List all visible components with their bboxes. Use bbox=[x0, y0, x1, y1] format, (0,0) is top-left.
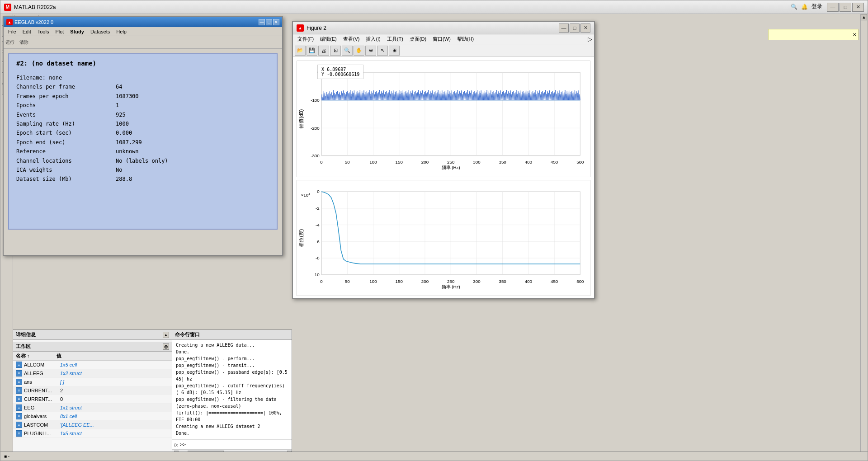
command-prompt[interactable]: >> bbox=[180, 442, 186, 447]
workspace-row-eeg[interactable]: ≡ EEG 1x1 struct bbox=[13, 404, 172, 412]
info-label-dataset-size: Dataset size (Mb) bbox=[16, 174, 116, 183]
workspace-row-current2[interactable]: ≡ CURRENT... 0 bbox=[13, 395, 172, 404]
matlab-close-button[interactable]: ✕ bbox=[852, 3, 864, 12]
figure2-menu-help[interactable]: 帮助(H) bbox=[454, 35, 476, 43]
eeglab-minimize-button[interactable]: — bbox=[259, 19, 265, 25]
chart2-xtick-0: 0 bbox=[320, 279, 323, 284]
workspace-row-lastcom[interactable]: ≡ LASTCOM '[ALLEEG EE... bbox=[13, 421, 172, 429]
chart2-ytick-0: 0 bbox=[317, 189, 320, 194]
cmd-line-1: Creating a new ALLEEG data... bbox=[176, 342, 288, 348]
var-value-globalvars: 8x1 cell bbox=[60, 414, 77, 419]
eeglab-menu-plot[interactable]: Plot bbox=[52, 28, 66, 35]
chart2-ytick-5: -10 bbox=[313, 272, 320, 277]
matlab-minimize-button[interactable]: — bbox=[827, 3, 839, 12]
figure2-menu-desktop[interactable]: 桌面(D) bbox=[407, 35, 429, 43]
figure2-menu-insert[interactable]: 插入(I) bbox=[363, 35, 383, 43]
figure2-close-button[interactable]: ✕ bbox=[580, 24, 590, 33]
figure2-tool-datacursor[interactable]: ⊕ bbox=[365, 46, 376, 56]
figure2-tool-copy[interactable]: ⊡ bbox=[330, 46, 341, 56]
note-close-button[interactable]: ✕ bbox=[853, 32, 856, 37]
eeglab-menu-edit[interactable]: Edit bbox=[20, 28, 34, 35]
detail-spacer bbox=[13, 340, 172, 341]
command-input-row: fx >> bbox=[172, 439, 292, 449]
chart2-xtick-1: 50 bbox=[345, 279, 350, 284]
figure2-menu-view[interactable]: 查看(V) bbox=[340, 35, 363, 43]
cmd-line-7: pop_eegfiltnew() - filtering the data (z… bbox=[176, 396, 288, 409]
figure2-tool-open[interactable]: 📂 bbox=[295, 46, 306, 56]
eeglab-close-button[interactable]: ✕ bbox=[273, 19, 279, 25]
figure2-menu-edit[interactable]: 编辑(E) bbox=[317, 35, 340, 43]
info-value-frames: 1087300 bbox=[116, 92, 139, 101]
eeglab-titlebar: ▲ EEGLAB v2022.0 — □ ✕ bbox=[4, 17, 282, 27]
figure2-tool-brush[interactable]: ⊞ bbox=[389, 46, 400, 56]
var-icon-current1: ≡ bbox=[16, 387, 22, 394]
detail-label: 详细信息 bbox=[16, 331, 36, 338]
info-label-epochs: Epochs bbox=[16, 101, 116, 110]
dataset-title: #2: (no dataset name) bbox=[16, 60, 269, 67]
figure2-titlebar-buttons[interactable]: — □ ✕ bbox=[559, 24, 590, 33]
eeglab-menu-file[interactable]: File bbox=[5, 28, 19, 35]
matlab-titlebar: M MATLAB R2022a — □ ✕ bbox=[0, 0, 868, 14]
chart1-xtick-5: 250 bbox=[447, 160, 455, 165]
figure2-expand-icon[interactable]: ▷ bbox=[588, 36, 592, 42]
detail-expand-button[interactable]: ▲ bbox=[163, 332, 169, 338]
workspace-row-current1[interactable]: ≡ CURRENT... 2 bbox=[13, 386, 172, 395]
eeglab-menu-study[interactable]: Study bbox=[67, 28, 87, 35]
workspace-row-globalvars[interactable]: ≡ globalvars 8x1 cell bbox=[13, 412, 172, 421]
chart2-ytick-2: -4 bbox=[316, 222, 320, 227]
login-button[interactable]: 登录 bbox=[811, 3, 822, 10]
eeglab-toolbar-labels: 运行 清除 bbox=[5, 39, 28, 46]
figure2-window: ▲ Figure 2 — □ ✕ 文件(F) 编辑(E) 查看(V) 插入(I)… bbox=[292, 21, 595, 299]
figure2-tool-save[interactable]: 💾 bbox=[307, 46, 317, 56]
info-row-frames: Frames per epoch 1087300 bbox=[16, 92, 269, 101]
info-row-channels: Channels per frame 64 bbox=[16, 82, 269, 91]
figure2-tool-select[interactable]: ↖ bbox=[377, 46, 388, 56]
var-name-globalvars: globalvars bbox=[24, 414, 60, 419]
eeglab-menu-datasets[interactable]: Datasets bbox=[88, 28, 113, 35]
note-panel: ✕ bbox=[768, 29, 859, 40]
var-icon-alleeg: ≡ bbox=[16, 370, 22, 376]
workspace-expand-button[interactable]: ◎ bbox=[163, 343, 169, 350]
figure2-menu-window[interactable]: 窗口(W) bbox=[430, 35, 453, 43]
figure2-minimize-button[interactable]: — bbox=[559, 24, 569, 33]
figure2-menu-tools[interactable]: 工具(T) bbox=[384, 35, 406, 43]
chart1-ytick-3: -300 bbox=[311, 153, 320, 158]
info-row-sampling: Sampling rate (Hz) 1000 bbox=[16, 119, 269, 128]
figure2-tool-print[interactable]: 🖨 bbox=[318, 46, 329, 56]
eeglab-maximize-button[interactable]: □ bbox=[266, 19, 272, 25]
matlab-titlebar-buttons[interactable]: — □ ✕ bbox=[827, 3, 864, 12]
eeglab-titlebar-buttons[interactable]: — □ ✕ bbox=[259, 19, 279, 25]
chart1-xtick-0: 0 bbox=[320, 160, 323, 165]
figure2-maximize-button[interactable]: □ bbox=[570, 24, 580, 33]
figure2-titlebar: ▲ Figure 2 — □ ✕ bbox=[293, 22, 594, 34]
right-scroll-up[interactable]: ▲ bbox=[861, 14, 867, 20]
workspace-row-ans[interactable]: ≡ ans [ ] bbox=[13, 378, 172, 386]
figure2-title: Figure 2 bbox=[307, 25, 559, 31]
chart1-xtick-4: 200 bbox=[421, 160, 429, 165]
var-value-current1: 2 bbox=[60, 388, 63, 393]
matlab-maximize-button[interactable]: □ bbox=[840, 3, 851, 12]
info-row-epoch-start: Epoch start (sec) 0.000 bbox=[16, 128, 269, 137]
figure2-tool-zoom[interactable]: 🔍 bbox=[342, 46, 353, 56]
status-text: ■ - bbox=[4, 454, 9, 459]
eeglab-menubar: File Edit Tools Plot Study Datasets Help bbox=[4, 27, 282, 36]
cmd-line-6: pop_eegfiltnew() - cutoff frequency(ies)… bbox=[176, 382, 288, 396]
workspace-row-pluginli[interactable]: ≡ PLUGINLI... 1x5 struct bbox=[13, 429, 172, 438]
figure2-tool-pan[interactable]: ✋ bbox=[354, 46, 364, 56]
tooltip-y-label: Y bbox=[321, 72, 324, 77]
var-value-allcom: 1x5 cell bbox=[60, 362, 77, 367]
figure2-menubar: 文件(F) 编辑(E) 查看(V) 插入(I) 工具(T) 桌面(D) 窗口(W… bbox=[293, 34, 594, 44]
info-label-locations: Channel locations bbox=[16, 156, 116, 165]
tooltip-x-value: 6.89697 bbox=[327, 67, 346, 72]
info-label-sampling: Sampling rate (Hz) bbox=[16, 119, 116, 128]
info-row-locations: Channel locations No (labels only) bbox=[16, 156, 269, 165]
chart1-xlabel: 频率 (Hz) bbox=[442, 165, 460, 170]
workspace-row-allcom[interactable]: ≡ ALLCOM 1x5 cell bbox=[13, 361, 172, 369]
eeglab-menu-help[interactable]: Help bbox=[113, 28, 129, 35]
figure2-menu-file[interactable]: 文件(F) bbox=[295, 35, 316, 43]
info-row-ica: ICA weights No bbox=[16, 165, 269, 174]
workspace-row-alleeg[interactable]: ≡ ALLEEG 1x2 struct bbox=[13, 369, 172, 378]
info-label-epoch-start: Epoch start (sec) bbox=[16, 128, 116, 137]
eeglab-menu-tools[interactable]: Tools bbox=[35, 28, 52, 35]
var-name-allcom: ALLCOM bbox=[24, 362, 60, 367]
